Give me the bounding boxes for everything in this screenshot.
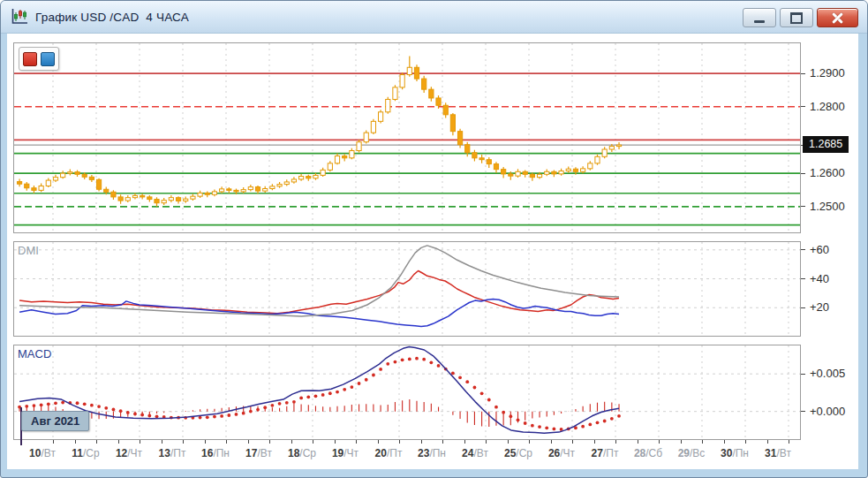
date-axis-tick — [205, 440, 206, 444]
date-label: 16/Пн — [201, 447, 230, 459]
dmi-axis-label: +40 — [810, 272, 829, 285]
price-axis-tick — [801, 173, 805, 174]
price-axis-label: 1.2600 — [810, 166, 845, 179]
app-window: График USD /CAD 4 ЧАСА 1.29001.28001.268… — [0, 0, 868, 478]
date-label: 23/Пн — [418, 447, 446, 459]
date-axis-tick — [313, 440, 313, 444]
date-weekday: /Вт — [776, 447, 790, 459]
price-axis-label: 1.2500 — [810, 200, 845, 213]
date-label: 26/Чт — [548, 447, 575, 459]
style-buttons-toolbar — [19, 47, 59, 71]
date-day-number: 19 — [332, 447, 343, 459]
date-day-number: 27 — [592, 447, 603, 459]
date-axis-tick — [442, 440, 443, 444]
date-day-number: 18 — [288, 447, 299, 459]
date-day-number: 12 — [116, 447, 127, 459]
date-axis-tick — [118, 440, 119, 444]
candlestick-chart-icon — [10, 8, 29, 26]
date-weekday: /Вт — [41, 447, 55, 459]
date-axis-tick — [767, 440, 768, 444]
date-weekday: /Пт — [603, 447, 618, 459]
date-axis-tick — [529, 440, 530, 444]
date-day-number: 23 — [418, 447, 429, 459]
date-day-number: 31 — [765, 447, 776, 459]
date-axis-tick — [724, 440, 725, 444]
date-axis-tick — [572, 440, 573, 444]
date-axis-tick — [508, 440, 509, 444]
date-axis-tick — [464, 440, 465, 444]
date-axis-tick — [399, 440, 400, 444]
red-style-button[interactable] — [23, 52, 37, 66]
date-label: 11/Ср — [72, 447, 99, 459]
date-label: 24/Вт — [462, 447, 488, 459]
price-chart-panel[interactable] — [13, 42, 801, 233]
macd-axis-tick — [801, 411, 805, 412]
price-axis-tick — [801, 206, 805, 207]
maximize-button[interactable] — [780, 8, 813, 27]
minimize-button[interactable] — [743, 8, 776, 27]
date-day-number: 29 — [678, 447, 690, 459]
price-axis-label: 1.2800 — [810, 100, 845, 113]
date-weekday: /Чт — [127, 447, 142, 459]
date-weekday: /Пт — [170, 447, 185, 459]
dmi-panel-title: DMI — [18, 244, 39, 257]
date-day-number: 16 — [201, 447, 213, 459]
titlebar[interactable]: График USD /CAD 4 ЧАСА — [1, 1, 867, 34]
date-axis-tick — [789, 440, 789, 444]
date-weekday: /Вс — [690, 447, 705, 459]
date-weekday: /Вт — [473, 447, 487, 459]
date-day-number: 20 — [375, 447, 387, 459]
date-day-number: 10 — [29, 447, 41, 459]
close-button[interactable] — [817, 8, 858, 27]
date-day-number: 28 — [634, 447, 645, 459]
date-axis-tick — [659, 440, 660, 444]
date-weekday: /Ср — [83, 447, 100, 459]
date-axis-tick — [551, 440, 552, 444]
date-axis-tick — [356, 440, 357, 444]
date-label: 30/Пн — [721, 447, 749, 459]
date-label: 31/Вт — [765, 447, 791, 459]
date-weekday: /Сб — [645, 447, 662, 459]
blue-style-button[interactable] — [41, 52, 55, 66]
date-axis-tick — [162, 440, 162, 444]
date-axis-tick — [594, 440, 595, 444]
dmi-axis-tick — [801, 249, 805, 250]
date-label: 18/Ср — [288, 447, 316, 459]
date-day-number: 13 — [159, 447, 170, 459]
date-weekday: /Чт — [560, 447, 575, 459]
macd-axis-label: +0.005 — [810, 367, 845, 380]
date-label: 17/Вт — [245, 447, 272, 459]
date-label: 10/Вт — [29, 447, 56, 459]
date-weekday: /Пн — [732, 447, 749, 459]
date-axis-tick — [681, 440, 682, 444]
date-axis-tick — [378, 440, 379, 444]
price-axis-tick — [801, 73, 805, 74]
date-label: 12/Чт — [116, 447, 142, 459]
minimize-icon — [754, 20, 765, 23]
dmi-axis-tick — [801, 307, 805, 308]
date-day-number: 30 — [721, 447, 732, 459]
dmi-axis-label: +20 — [810, 300, 829, 314]
window-title: График USD /CAD 4 ЧАСА — [35, 11, 189, 24]
date-weekday: /Вт — [257, 447, 271, 459]
dmi-axis-label: +60 — [810, 243, 829, 256]
price-axis-tick — [801, 106, 805, 107]
macd-axis-label: +0.000 — [810, 405, 845, 418]
macd-axis-tick — [801, 374, 805, 375]
date-axis-tick — [702, 440, 703, 444]
date-day-number: 11 — [72, 447, 83, 459]
month-label-badge: Авг 2021 — [21, 411, 89, 431]
date-axis-tick — [615, 440, 616, 444]
date-label: 29/Вс — [678, 447, 706, 459]
date-axis-tick — [486, 440, 487, 444]
dmi-indicator-panel[interactable] — [13, 241, 801, 337]
dmi-axis-tick — [801, 278, 805, 279]
macd-indicator-panel[interactable] — [13, 345, 801, 440]
close-icon — [832, 13, 843, 23]
date-axis-tick — [335, 440, 336, 444]
date-axis-tick — [291, 440, 292, 444]
maximize-icon — [790, 12, 803, 24]
date-weekday: /Пн — [429, 447, 446, 459]
date-axis-tick — [248, 440, 249, 444]
date-day-number: 24 — [462, 447, 473, 459]
